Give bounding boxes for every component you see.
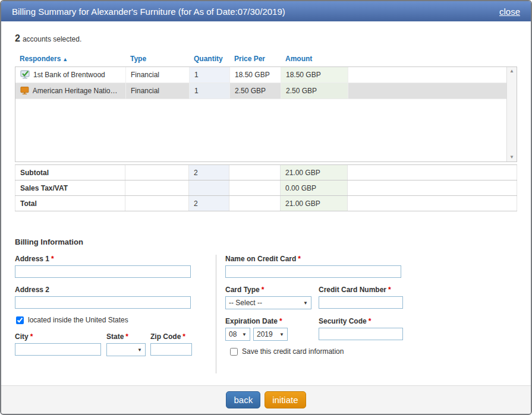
security-code-input[interactable] — [319, 328, 403, 340]
address1-input[interactable] — [15, 265, 191, 278]
required-asterisk: * — [125, 332, 128, 341]
accounts-count: 2 — [15, 33, 20, 43]
dialog-footer: back initiate — [1, 385, 531, 414]
city-label: City* — [15, 332, 101, 341]
column-price-per[interactable]: Price Per — [229, 52, 281, 66]
total-row: Total 2 21.00 GBP — [15, 196, 517, 211]
quantity-cell: 1 — [190, 67, 230, 83]
price-per-cell: 18.50 GBP — [230, 67, 281, 83]
sales-tax-quantity — [189, 180, 229, 195]
dialog-titlebar: Billing Summary for Alexander's Furnitur… — [1, 1, 531, 21]
column-amount[interactable]: Amount — [281, 52, 348, 66]
expiration-year-select[interactable]: 2019 ▼ — [253, 328, 288, 341]
in-network-icon — [20, 70, 30, 80]
subtotal-quantity: 2 — [189, 165, 229, 180]
required-asterisk: * — [51, 255, 54, 263]
chevron-down-icon: ▼ — [279, 332, 284, 337]
responders-table: Responders▲ Type Quantity Price Per Amou… — [15, 52, 517, 211]
address2-input[interactable] — [15, 296, 191, 309]
required-asterisk: * — [30, 332, 33, 341]
name-on-card-label: Name on Credit Card* — [225, 255, 517, 263]
responder-cell: American Heritage National ... — [15, 83, 126, 99]
accounts-suffix: accounts selected. — [23, 35, 81, 43]
amount-cell: 2.50 GBP — [281, 83, 348, 99]
chevron-down-icon: ▼ — [303, 300, 308, 306]
close-link[interactable]: close — [499, 7, 520, 17]
required-asterisk: * — [298, 255, 301, 263]
save-card-checkbox[interactable] — [230, 348, 238, 356]
card-number-input[interactable] — [319, 296, 403, 309]
empty-cell — [125, 180, 189, 195]
required-asterisk: * — [262, 286, 265, 294]
required-asterisk: * — [279, 317, 282, 325]
filler-cell — [348, 67, 517, 83]
city-state-zip-row: City* State* ▼ — [15, 332, 204, 356]
type-cell: Financial — [126, 67, 190, 83]
sales-tax-label: Sales Tax/VAT — [15, 180, 125, 195]
sales-tax-amount: 0.00 GBP — [281, 180, 348, 195]
responder-name: American Heritage National ... — [33, 87, 121, 95]
required-asterisk: * — [369, 317, 372, 325]
zip-label: Zip Code* — [150, 332, 192, 341]
chevron-down-icon: ▼ — [137, 347, 142, 353]
column-quantity[interactable]: Quantity — [189, 52, 229, 66]
table-header-row: Responders▲ Type Quantity Price Per Amou… — [15, 52, 517, 66]
us-checkbox[interactable] — [16, 316, 24, 324]
price-per-cell: 2.50 GBP — [230, 83, 281, 99]
card-type-number-row: Card Type* -- Select -- ▼ Credit Card Nu… — [225, 286, 517, 309]
empty-cell — [348, 165, 517, 180]
table-row[interactable]: American Heritage National ... Financial… — [15, 83, 517, 99]
save-card-label: Save this credit card information — [242, 347, 344, 356]
quantity-cell: 1 — [190, 83, 230, 99]
table-scroll-area: 1st Bank of Brentwood Financial 1 18.50 … — [15, 66, 517, 162]
dialog-title: Billing Summary for Alexander's Furnitur… — [12, 7, 285, 17]
subtotal-row: Subtotal 2 21.00 GBP — [15, 165, 517, 180]
expiration-month-select[interactable]: 08 ▼ — [225, 328, 250, 341]
table-row[interactable]: 1st Bank of Brentwood Financial 1 18.50 … — [15, 67, 517, 83]
filler-cell — [348, 83, 517, 99]
zip-input[interactable] — [150, 343, 192, 356]
us-checkbox-label: located inside the United States — [28, 316, 128, 324]
accounts-selected-line: 2accounts selected. — [15, 33, 517, 44]
required-asterisk: * — [182, 332, 185, 341]
total-amount: 21.00 GBP — [281, 196, 348, 211]
empty-cell — [348, 196, 517, 211]
subtotal-amount: 21.00 GBP — [281, 165, 348, 180]
vertical-scrollbar[interactable]: ▲ ▼ — [506, 67, 517, 161]
name-on-card-input[interactable] — [225, 265, 401, 278]
total-quantity: 2 — [189, 196, 229, 211]
empty-cell — [125, 196, 189, 211]
city-input[interactable] — [15, 343, 101, 356]
billing-form-right: Name on Credit Card* Card Type* -- Selec… — [216, 255, 517, 373]
empty-cell — [229, 180, 281, 195]
total-label: Total — [15, 196, 125, 211]
sort-asc-icon: ▲ — [62, 56, 68, 62]
card-type-select[interactable]: -- Select -- ▼ — [225, 296, 311, 309]
amount-cell: 18.50 GBP — [281, 67, 348, 83]
empty-cell — [229, 196, 281, 211]
chevron-down-icon: ▼ — [242, 332, 247, 337]
type-cell: Financial — [126, 83, 190, 99]
us-checkbox-row: located inside the United States — [15, 316, 204, 324]
column-filler — [348, 52, 517, 66]
state-select[interactable]: ▼ — [106, 343, 146, 356]
card-number-label: Credit Card Number* — [319, 286, 403, 294]
sales-tax-row: Sales Tax/VAT 0.00 GBP — [15, 180, 517, 196]
dialog-body: 2accounts selected. Responders▲ Type Qua… — [1, 21, 531, 385]
back-button[interactable]: back — [226, 391, 260, 408]
column-type[interactable]: Type — [125, 52, 189, 66]
save-card-row: Save this credit card information — [229, 347, 517, 356]
billing-information-heading: Billing Information — [15, 237, 517, 246]
column-responders[interactable]: Responders▲ — [15, 52, 125, 66]
scroll-up-icon[interactable]: ▲ — [509, 69, 514, 74]
scroll-down-icon[interactable]: ▼ — [509, 155, 514, 160]
required-asterisk: * — [388, 286, 391, 294]
out-of-network-icon — [20, 86, 29, 96]
expiration-label: Expiration Date* — [225, 317, 311, 325]
empty-cell — [229, 165, 281, 180]
address1-label: Address 1* — [15, 255, 204, 263]
initiate-button[interactable]: initiate — [265, 391, 306, 408]
responder-name: 1st Bank of Brentwood — [33, 71, 105, 79]
address2-label: Address 2 — [15, 286, 204, 294]
state-label: State* — [106, 332, 146, 341]
